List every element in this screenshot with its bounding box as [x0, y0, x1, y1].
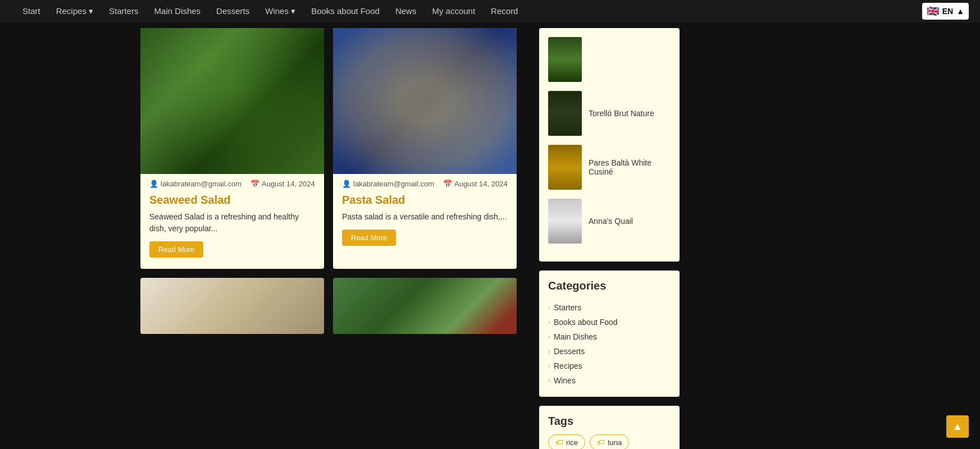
card-title-seaweed[interactable]: Seaweed Salad	[140, 190, 324, 211]
chevron-books-icon: ›	[548, 318, 550, 326]
main-nav: Start Recipes ▾ Starters Main Dishes Des…	[0, 0, 980, 22]
seaweed-salad-image	[140, 28, 324, 174]
page-wrapper: 👤 lakabrateam@gmail.com 📅 August 14, 202…	[0, 22, 980, 449]
tags-grid: 🏷 rice 🏷 tuna 🏷 cod 🏷 squid 🏷 fis	[548, 434, 671, 449]
category-desserts[interactable]: › Desserts	[548, 344, 671, 359]
tag-icon-rice: 🏷	[555, 438, 563, 447]
category-recipes[interactable]: › Recipes	[548, 359, 671, 373]
scroll-to-top-button[interactable]: ▲	[946, 415, 969, 438]
wine-image-pares	[548, 145, 582, 190]
card-bottom-grid	[140, 278, 517, 334]
sidebar-categories-section: Categories › Starters › Books about Food…	[539, 271, 680, 397]
card-seaweed-salad: 👤 lakabrateam@gmail.com 📅 August 14, 202…	[140, 28, 324, 269]
read-more-pasta[interactable]: Read More	[342, 230, 396, 246]
categories-title: Categories	[548, 280, 671, 292]
category-starters[interactable]: › Starters	[548, 300, 671, 315]
lang-label: EN	[942, 7, 953, 16]
date-pasta: 📅 August 14, 2024	[443, 180, 508, 188]
chevron-main-icon: ›	[548, 333, 550, 341]
category-wines[interactable]: › Wines	[548, 373, 671, 388]
author-seaweed: lakabrateam@gmail.com	[161, 180, 241, 188]
nav-item-news[interactable]: News	[395, 6, 417, 16]
card-grid: 👤 lakabrateam@gmail.com 📅 August 14, 202…	[140, 28, 517, 269]
category-label-wines: Wines	[554, 376, 576, 385]
card-partial-right	[333, 278, 517, 334]
wine-thumb-torello	[548, 91, 582, 136]
tag-rice[interactable]: 🏷 rice	[548, 434, 585, 449]
category-label-desserts: Desserts	[554, 347, 585, 356]
tag-tuna[interactable]: 🏷 tuna	[590, 434, 629, 449]
wine-image-torello	[548, 91, 582, 136]
nav-item-start[interactable]: Start	[22, 6, 40, 16]
author-icon-pasta: 👤 lakabrateam@gmail.com	[342, 180, 434, 188]
chevron-wines-icon: ›	[548, 377, 550, 384]
author-pasta: lakabrateam@gmail.com	[353, 180, 434, 188]
card-pasta-salad: 👤 lakabrateam@gmail.com 📅 August 14, 202…	[333, 28, 517, 269]
calendar-icon-pasta: 📅	[443, 180, 452, 188]
chevron-down-icon: ▲	[956, 7, 964, 16]
nav-item-desserts[interactable]: Desserts	[216, 6, 249, 16]
date-seaweed: 📅 August 14, 2024	[250, 180, 315, 188]
user-icon-pasta: 👤	[342, 180, 351, 188]
read-more-seaweed[interactable]: Read More	[149, 241, 203, 258]
nav-list: Start Recipes ▾ Starters Main Dishes Des…	[22, 6, 518, 16]
category-books[interactable]: › Books about Food	[548, 315, 671, 329]
wine-item-torello[interactable]: Torelló Brut Nature	[548, 91, 671, 136]
card-excerpt-pasta: Pasta salad is a versatile and refreshin…	[333, 211, 517, 230]
author-icon-seaweed: 👤 lakabrateam@gmail.com	[149, 180, 241, 188]
user-icon: 👤	[149, 180, 158, 188]
wine-image-vilamau	[548, 37, 582, 82]
wine-thumb-pares	[548, 145, 582, 190]
partial-image-left	[140, 278, 324, 334]
wine-item-vilamau[interactable]	[548, 37, 671, 82]
tags-title: Tags	[548, 415, 671, 428]
category-list: › Starters › Books about Food › Main Dis…	[548, 300, 671, 388]
calendar-icon: 📅	[250, 180, 259, 188]
nav-item-starters[interactable]: Starters	[109, 6, 139, 16]
partial-image-right	[333, 278, 517, 334]
nav-item-main-dishes[interactable]: Main Dishes	[154, 6, 201, 16]
wine-item-pares[interactable]: Pares Baltà White Cusiné	[548, 145, 671, 190]
category-label-starters: Starters	[554, 303, 581, 312]
wine-thumb-vilamau	[548, 37, 582, 82]
tag-label-rice: rice	[566, 438, 578, 447]
chevron-starters-icon: ›	[548, 304, 550, 311]
card-partial-left	[140, 278, 324, 334]
nav-item-record[interactable]: Record	[491, 6, 518, 16]
sidebar: Torelló Brut Nature Pares Baltà White Cu…	[528, 28, 691, 449]
card-meta-seaweed: 👤 lakabrateam@gmail.com 📅 August 14, 202…	[140, 174, 324, 190]
nav-item-recipes[interactable]: Recipes ▾	[56, 6, 93, 16]
wine-name-annas: Anna's Quail	[589, 217, 633, 226]
category-label-main: Main Dishes	[554, 332, 597, 341]
pasta-salad-image	[333, 28, 517, 174]
nav-item-account[interactable]: My account	[432, 6, 475, 16]
language-selector[interactable]: 🇬🇧 EN ▲	[922, 3, 969, 20]
flag-icon: 🇬🇧	[927, 5, 939, 17]
card-excerpt-seaweed: Seaweed Salad is a refreshing and health…	[140, 211, 324, 241]
tag-label-tuna: tuna	[608, 438, 622, 447]
category-main-dishes[interactable]: › Main Dishes	[548, 329, 671, 344]
card-meta-pasta: 👤 lakabrateam@gmail.com 📅 August 14, 202…	[333, 174, 517, 190]
category-label-recipes: Recipes	[554, 361, 582, 370]
wine-item-annas[interactable]: Anna's Quail	[548, 199, 671, 244]
sidebar-wines-section: Torelló Brut Nature Pares Baltà White Cu…	[539, 28, 680, 262]
wine-name-torello: Torelló Brut Nature	[589, 109, 654, 118]
wine-image-annas	[548, 199, 582, 244]
nav-item-books[interactable]: Books about Food	[311, 6, 380, 16]
nav-item-wines[interactable]: Wines ▾	[265, 6, 295, 16]
wine-name-pares: Pares Baltà White Cusiné	[589, 158, 671, 176]
sidebar-tags-section: Tags 🏷 rice 🏷 tuna 🏷 cod 🏷 squid	[539, 406, 680, 449]
card-title-pasta[interactable]: Pasta Salad	[333, 190, 517, 211]
chevron-desserts-icon: ›	[548, 347, 550, 355]
category-label-books: Books about Food	[554, 318, 618, 327]
tag-icon-tuna: 🏷	[597, 438, 605, 447]
wine-thumb-annas	[548, 199, 582, 244]
main-content: 👤 lakabrateam@gmail.com 📅 August 14, 202…	[0, 28, 528, 449]
chevron-recipes-icon: ›	[548, 362, 550, 370]
